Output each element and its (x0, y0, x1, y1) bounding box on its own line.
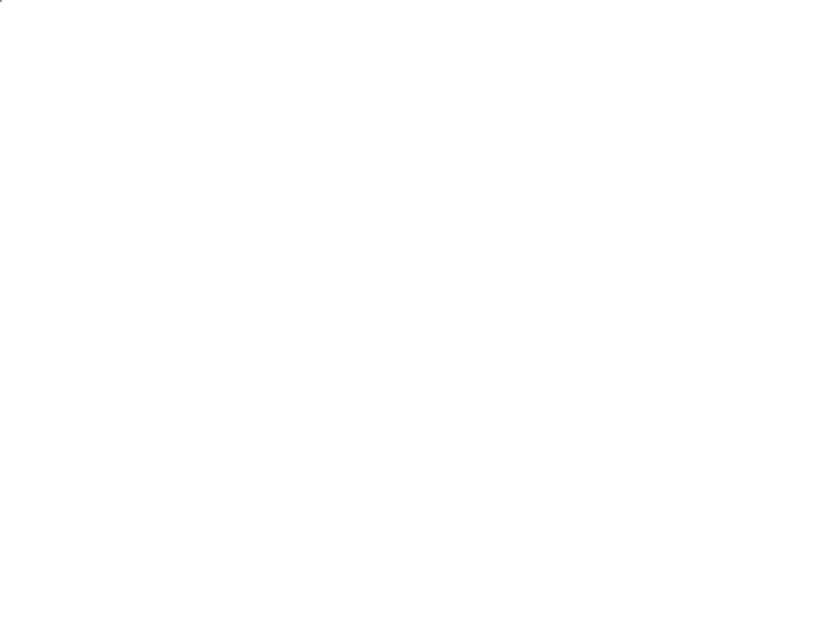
copyright-text (819, 15, 834, 602)
colorbar (0, 0, 2, 2)
sst-velocity-map-figure (0, 0, 834, 644)
map-canvas (0, 0, 834, 644)
